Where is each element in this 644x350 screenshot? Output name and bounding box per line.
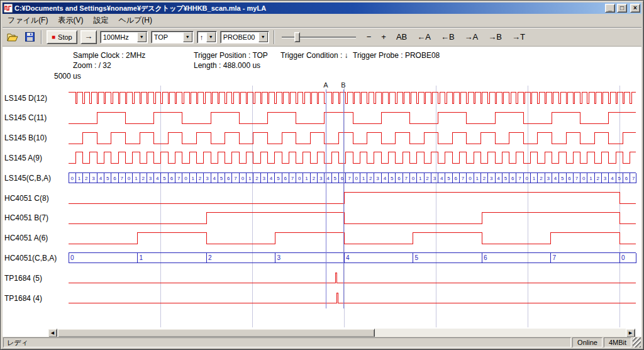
open-file-button[interactable] bbox=[6, 30, 19, 44]
bus-value: 4 bbox=[213, 176, 216, 181]
resize-grip[interactable] bbox=[633, 337, 641, 347]
bus-value: 3 bbox=[206, 176, 209, 181]
clock-select[interactable]: 100MHz ▼ bbox=[100, 31, 148, 43]
channel-label: TP1684 (4) bbox=[4, 294, 42, 303]
bus-value: 1 bbox=[135, 176, 138, 181]
waveform-digital bbox=[69, 212, 636, 223]
bus-value: 2 bbox=[255, 176, 258, 181]
bus-value: 0 bbox=[412, 176, 415, 181]
bus-value: 4 bbox=[384, 176, 387, 181]
chevron-down-icon[interactable]: ▼ bbox=[183, 32, 192, 42]
bus-value: 2 bbox=[199, 176, 202, 181]
zoom-slider[interactable] bbox=[282, 30, 356, 44]
bus-value: 3 bbox=[490, 176, 493, 181]
goto-a-next-button[interactable]: →A bbox=[464, 31, 480, 43]
horizontal-scrollbar[interactable]: ◀ ▶ bbox=[48, 329, 635, 337]
probe-select-value: PROBE00 bbox=[221, 33, 258, 41]
bus-value: 1 bbox=[248, 176, 252, 181]
bus-value: 3 bbox=[92, 176, 95, 181]
bus-value: 4 bbox=[611, 176, 614, 181]
bus-value: 1 bbox=[533, 176, 536, 181]
menu-help[interactable]: ヘルプ(H) bbox=[113, 14, 157, 27]
bus-value: 1 bbox=[140, 254, 143, 261]
zoom-slider-track bbox=[282, 37, 356, 38]
bus-value: 6 bbox=[113, 176, 116, 181]
zoom-out-button[interactable]: − bbox=[365, 31, 373, 43]
goto-trigger-button[interactable]: →T bbox=[511, 31, 526, 43]
titlebar[interactable]: C:¥Documents and Settings¥noname¥デスクトップ¥… bbox=[3, 3, 641, 14]
waveform-area[interactable]: LS145 D(12)LS145 C(11)LS145 B(10)LS145 A… bbox=[3, 82, 641, 329]
channel-label: LS145 C(11) bbox=[4, 113, 47, 122]
goto-b-prev-button[interactable]: ←B bbox=[440, 31, 456, 43]
bus-value: 0 bbox=[184, 176, 187, 181]
chevron-down-icon[interactable]: ▼ bbox=[137, 32, 147, 42]
bus-value: 3 bbox=[149, 176, 152, 181]
bus-value: 3 bbox=[376, 176, 379, 181]
folder-open-icon bbox=[7, 33, 18, 42]
trigger-position-value: TOP bbox=[152, 33, 183, 41]
waveform-digital bbox=[69, 232, 636, 244]
bus-value: 6 bbox=[397, 176, 401, 181]
save-button[interactable] bbox=[23, 30, 36, 44]
status-memory: 4MBit bbox=[604, 337, 631, 347]
ab-cursors-button[interactable]: AB bbox=[395, 31, 408, 43]
menu-file[interactable]: ファイル(F) bbox=[3, 14, 53, 27]
bus-value: 4 bbox=[326, 176, 330, 181]
bus-value: 5 bbox=[561, 176, 564, 181]
goto-b-next-button[interactable]: →B bbox=[487, 31, 503, 43]
scroll-left-icon[interactable]: ◀ bbox=[48, 329, 57, 337]
bus-value: 3 bbox=[604, 176, 607, 181]
bus-value: 3 bbox=[277, 254, 281, 261]
zoom-in-button[interactable]: + bbox=[380, 31, 387, 43]
scrollbar-track[interactable] bbox=[375, 329, 626, 337]
menu-view[interactable]: 表示(V) bbox=[53, 14, 88, 27]
bus-value: 2 bbox=[540, 176, 543, 181]
menu-settings[interactable]: 設定 bbox=[88, 14, 113, 27]
toolbar: ■ Stop → 100MHz ▼ TOP ▼ ↑ ▼ PROBE00 ▼ − … bbox=[3, 28, 641, 47]
zoom-slider-thumb[interactable] bbox=[294, 32, 300, 42]
probe-select[interactable]: PROBE00 ▼ bbox=[220, 31, 269, 43]
bus-value: 5 bbox=[504, 176, 508, 181]
waveform-panel: Sample Clock : 2MHz Trigger Position : T… bbox=[3, 47, 641, 337]
trigger-position-select[interactable]: TOP ▼ bbox=[151, 31, 194, 43]
sample-clock-label: Sample Clock : 2MHz bbox=[73, 51, 145, 60]
run-button[interactable]: → bbox=[80, 30, 97, 44]
stop-button[interactable]: ■ Stop bbox=[47, 30, 77, 44]
status-message: レディ bbox=[3, 337, 571, 347]
chevron-down-icon[interactable]: ▼ bbox=[206, 32, 216, 42]
channel-label: LS145 D(12) bbox=[4, 94, 47, 103]
bus-value: 5 bbox=[618, 176, 621, 181]
waveform-digital bbox=[69, 193, 636, 204]
statusbar: レディ Online 4MBit bbox=[3, 337, 641, 347]
waveform-digital bbox=[69, 152, 636, 164]
chevron-down-icon[interactable]: ▼ bbox=[258, 32, 268, 42]
bus-value: 4 bbox=[497, 176, 500, 181]
bus-value: 7 bbox=[234, 176, 237, 181]
channel-label: LS145 B(10) bbox=[4, 133, 47, 142]
time-scale-label: 5000 us bbox=[54, 72, 81, 81]
maximize-button[interactable]: □ bbox=[617, 4, 627, 13]
bus-value: 0 bbox=[70, 254, 74, 261]
stop-button-label: Stop bbox=[58, 33, 72, 41]
minimize-button[interactable]: _ bbox=[605, 4, 615, 13]
bus-value: 3 bbox=[433, 176, 436, 181]
scrollbar-thumb[interactable] bbox=[57, 329, 375, 337]
status-online: Online bbox=[572, 337, 602, 347]
bus-value: 0 bbox=[526, 176, 529, 181]
bus-value: 2 bbox=[313, 176, 316, 181]
scroll-right-icon[interactable]: ▶ bbox=[626, 329, 635, 337]
window-title: C:¥Documents and Settings¥noname¥デスクトップ¥… bbox=[14, 4, 603, 13]
waveform-digital bbox=[69, 112, 636, 123]
goto-a-prev-button[interactable]: ←A bbox=[416, 31, 432, 43]
bus-value: 5 bbox=[106, 176, 109, 181]
toolbar-separator bbox=[41, 30, 42, 44]
cursor-b-label: B bbox=[341, 82, 345, 89]
trigger-edge-value: ↑ bbox=[197, 33, 206, 41]
trigger-condition-label: Trigger Condition : ↓ bbox=[280, 51, 348, 60]
bus-value: 6 bbox=[227, 176, 230, 181]
bus-value: 3 bbox=[547, 176, 550, 181]
bus-value: 4 bbox=[156, 176, 159, 181]
trigger-edge-select[interactable]: ↑ ▼ bbox=[197, 31, 217, 43]
bus-value: 0 bbox=[298, 176, 301, 181]
close-button[interactable]: × bbox=[630, 4, 640, 13]
